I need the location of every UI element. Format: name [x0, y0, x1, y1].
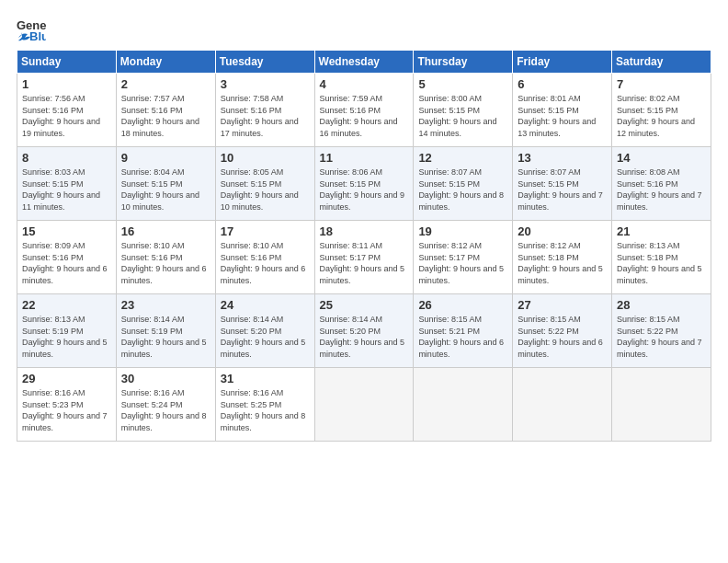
calendar-cell — [612, 368, 711, 442]
calendar-cell: 27 Sunrise: 8:15 AMSunset: 5:22 PMDaylig… — [513, 294, 612, 368]
calendar-week-row: 1 Sunrise: 7:56 AMSunset: 5:16 PMDayligh… — [17, 74, 711, 147]
day-number: 28 — [617, 298, 706, 312]
header: General Blue — [17, 17, 711, 42]
day-info: Sunrise: 8:14 AMSunset: 5:19 PMDaylight:… — [121, 314, 210, 360]
day-info: Sunrise: 8:06 AMSunset: 5:15 PMDaylight:… — [320, 167, 409, 213]
day-number: 25 — [320, 298, 409, 312]
day-info: Sunrise: 8:15 AMSunset: 5:22 PMDaylight:… — [518, 314, 607, 360]
calendar-cell: 3 Sunrise: 7:58 AMSunset: 5:16 PMDayligh… — [215, 74, 314, 147]
day-info: Sunrise: 8:07 AMSunset: 5:15 PMDaylight:… — [418, 167, 507, 213]
day-number: 21 — [617, 224, 706, 238]
day-number: 13 — [518, 151, 607, 165]
calendar-cell: 23 Sunrise: 8:14 AMSunset: 5:19 PMDaylig… — [116, 294, 215, 368]
day-info: Sunrise: 8:08 AMSunset: 5:16 PMDaylight:… — [617, 167, 706, 213]
day-number: 14 — [617, 151, 706, 165]
day-number: 11 — [320, 151, 409, 165]
calendar-cell: 31 Sunrise: 8:16 AMSunset: 5:25 PMDaylig… — [215, 368, 314, 442]
column-header-saturday: Saturday — [612, 51, 711, 74]
day-info: Sunrise: 8:11 AMSunset: 5:17 PMDaylight:… — [320, 240, 409, 286]
calendar-week-row: 15 Sunrise: 8:09 AMSunset: 5:16 PMDaylig… — [17, 221, 711, 294]
day-number: 7 — [617, 77, 706, 91]
day-number: 16 — [121, 224, 210, 238]
day-info: Sunrise: 8:16 AMSunset: 5:25 PMDaylight:… — [221, 387, 310, 433]
calendar-cell: 19 Sunrise: 8:12 AMSunset: 5:17 PMDaylig… — [414, 221, 513, 294]
day-number: 20 — [518, 224, 607, 238]
day-number: 12 — [418, 151, 507, 165]
day-number: 26 — [418, 298, 507, 312]
day-info: Sunrise: 8:15 AMSunset: 5:22 PMDaylight:… — [617, 314, 706, 360]
day-number: 23 — [121, 298, 210, 312]
calendar-cell: 1 Sunrise: 7:56 AMSunset: 5:16 PMDayligh… — [17, 74, 117, 147]
day-number: 2 — [121, 77, 210, 91]
calendar-cell: 17 Sunrise: 8:10 AMSunset: 5:16 PMDaylig… — [215, 221, 314, 294]
calendar-week-row: 22 Sunrise: 8:13 AMSunset: 5:19 PMDaylig… — [17, 294, 711, 368]
calendar-cell: 16 Sunrise: 8:10 AMSunset: 5:16 PMDaylig… — [116, 221, 215, 294]
calendar-cell: 21 Sunrise: 8:13 AMSunset: 5:18 PMDaylig… — [612, 221, 711, 294]
day-info: Sunrise: 8:16 AMSunset: 5:24 PMDaylight:… — [121, 387, 210, 433]
logo-svg: General Blue — [17, 17, 46, 42]
day-info: Sunrise: 8:12 AMSunset: 5:17 PMDaylight:… — [418, 240, 507, 286]
day-info: Sunrise: 8:14 AMSunset: 5:20 PMDaylight:… — [320, 314, 409, 360]
day-info: Sunrise: 8:07 AMSunset: 5:15 PMDaylight:… — [518, 167, 607, 213]
day-info: Sunrise: 8:10 AMSunset: 5:16 PMDaylight:… — [121, 240, 210, 286]
day-number: 3 — [221, 77, 310, 91]
calendar-cell: 18 Sunrise: 8:11 AMSunset: 5:17 PMDaylig… — [314, 221, 414, 294]
day-info: Sunrise: 8:13 AMSunset: 5:18 PMDaylight:… — [617, 240, 706, 286]
calendar-cell: 22 Sunrise: 8:13 AMSunset: 5:19 PMDaylig… — [17, 294, 117, 368]
column-header-sunday: Sunday — [17, 51, 117, 74]
calendar-cell: 13 Sunrise: 8:07 AMSunset: 5:15 PMDaylig… — [513, 147, 612, 221]
calendar-cell — [314, 368, 414, 442]
day-number: 24 — [221, 298, 310, 312]
day-number: 1 — [22, 77, 111, 91]
calendar-cell: 29 Sunrise: 8:16 AMSunset: 5:23 PMDaylig… — [17, 368, 117, 442]
column-header-thursday: Thursday — [414, 51, 513, 74]
calendar-cell: 9 Sunrise: 8:04 AMSunset: 5:15 PMDayligh… — [116, 147, 215, 221]
calendar-cell: 25 Sunrise: 8:14 AMSunset: 5:20 PMDaylig… — [314, 294, 414, 368]
calendar-cell — [513, 368, 612, 442]
logo: General Blue — [17, 17, 46, 42]
calendar-cell: 24 Sunrise: 8:14 AMSunset: 5:20 PMDaylig… — [215, 294, 314, 368]
page: General Blue SundayMondayTuesdayWednesda… — [0, 0, 728, 563]
calendar-table: SundayMondayTuesdayWednesdayThursdayFrid… — [17, 50, 711, 442]
calendar-week-row: 8 Sunrise: 8:03 AMSunset: 5:15 PMDayligh… — [17, 147, 711, 221]
calendar-cell: 6 Sunrise: 8:01 AMSunset: 5:15 PMDayligh… — [513, 74, 612, 147]
calendar-cell: 14 Sunrise: 8:08 AMSunset: 5:16 PMDaylig… — [612, 147, 711, 221]
day-info: Sunrise: 7:56 AMSunset: 5:16 PMDaylight:… — [22, 93, 111, 139]
day-number: 27 — [518, 298, 607, 312]
day-info: Sunrise: 8:10 AMSunset: 5:16 PMDaylight:… — [221, 240, 310, 286]
day-number: 29 — [22, 372, 111, 385]
day-info: Sunrise: 8:05 AMSunset: 5:15 PMDaylight:… — [221, 167, 310, 213]
calendar-cell: 12 Sunrise: 8:07 AMSunset: 5:15 PMDaylig… — [414, 147, 513, 221]
day-number: 18 — [320, 224, 409, 238]
day-number: 8 — [22, 151, 111, 165]
calendar-cell: 4 Sunrise: 7:59 AMSunset: 5:16 PMDayligh… — [314, 74, 414, 147]
column-header-monday: Monday — [116, 51, 215, 74]
day-number: 9 — [121, 151, 210, 165]
calendar-cell: 8 Sunrise: 8:03 AMSunset: 5:15 PMDayligh… — [17, 147, 117, 221]
day-number: 30 — [121, 372, 210, 385]
calendar-cell: 11 Sunrise: 8:06 AMSunset: 5:15 PMDaylig… — [314, 147, 414, 221]
day-info: Sunrise: 8:01 AMSunset: 5:15 PMDaylight:… — [518, 93, 607, 139]
day-info: Sunrise: 8:04 AMSunset: 5:15 PMDaylight:… — [121, 167, 210, 213]
day-info: Sunrise: 8:00 AMSunset: 5:15 PMDaylight:… — [418, 93, 507, 139]
calendar-cell: 5 Sunrise: 8:00 AMSunset: 5:15 PMDayligh… — [414, 74, 513, 147]
day-number: 4 — [320, 77, 409, 91]
calendar-cell: 30 Sunrise: 8:16 AMSunset: 5:24 PMDaylig… — [116, 368, 215, 442]
calendar-header-row: SundayMondayTuesdayWednesdayThursdayFrid… — [17, 51, 711, 74]
column-header-friday: Friday — [513, 51, 612, 74]
day-info: Sunrise: 7:57 AMSunset: 5:16 PMDaylight:… — [121, 93, 210, 139]
column-header-wednesday: Wednesday — [314, 51, 414, 74]
day-info: Sunrise: 8:09 AMSunset: 5:16 PMDaylight:… — [22, 240, 111, 286]
calendar-cell: 2 Sunrise: 7:57 AMSunset: 5:16 PMDayligh… — [116, 74, 215, 147]
day-number: 10 — [221, 151, 310, 165]
calendar-cell — [414, 368, 513, 442]
calendar-cell: 28 Sunrise: 8:15 AMSunset: 5:22 PMDaylig… — [612, 294, 711, 368]
day-info: Sunrise: 8:12 AMSunset: 5:18 PMDaylight:… — [518, 240, 607, 286]
day-number: 19 — [418, 224, 507, 238]
day-info: Sunrise: 8:02 AMSunset: 5:15 PMDaylight:… — [617, 93, 706, 139]
day-number: 5 — [418, 77, 507, 91]
day-info: Sunrise: 8:14 AMSunset: 5:20 PMDaylight:… — [221, 314, 310, 360]
calendar-cell: 26 Sunrise: 8:15 AMSunset: 5:21 PMDaylig… — [414, 294, 513, 368]
calendar-cell: 15 Sunrise: 8:09 AMSunset: 5:16 PMDaylig… — [17, 221, 117, 294]
day-number: 15 — [22, 224, 111, 238]
